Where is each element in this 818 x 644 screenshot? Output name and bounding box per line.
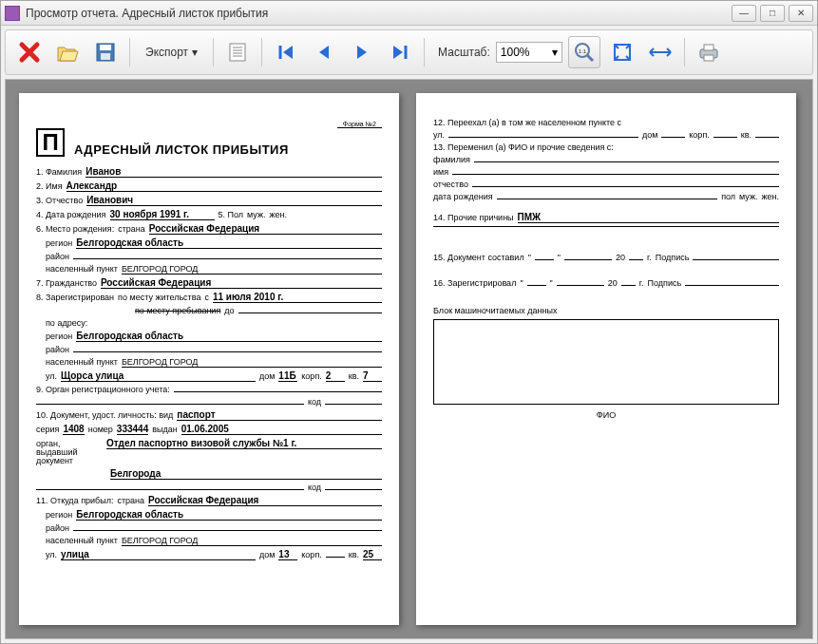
fit-width-button[interactable] xyxy=(644,36,676,68)
toolbar-separator xyxy=(261,38,262,66)
toolbar-separator xyxy=(684,38,685,66)
fit-page-icon xyxy=(612,42,633,63)
svg-rect-14 xyxy=(704,55,713,61)
svg-line-9 xyxy=(587,55,593,61)
svg-rect-3 xyxy=(230,44,245,61)
app-icon xyxy=(5,6,20,21)
toolbar: Экспорт ▾ Масштаб: 100% ▾ 1:1 xyxy=(5,29,813,75)
app-window: Просмотр отчета. Адресный листок прибыти… xyxy=(0,0,818,644)
print-button[interactable] xyxy=(693,36,725,68)
machine-readable-box xyxy=(433,319,779,405)
svg-rect-13 xyxy=(704,45,713,50)
document-title: АДРЕСНЫЙ ЛИСТОК ПРИБЫТИЯ xyxy=(74,142,289,157)
next-page-button[interactable] xyxy=(346,36,378,68)
folder-open-icon xyxy=(56,42,79,63)
document-page-2: 12. Переехал (а) в том же населенном пун… xyxy=(416,93,796,625)
machine-readable-label: Блок машиночитаемых данных xyxy=(433,306,779,315)
titlebar: Просмотр отчета. Адресный листок прибыти… xyxy=(1,1,817,26)
first-page-icon xyxy=(276,42,296,63)
fit-page-button[interactable] xyxy=(606,36,638,68)
last-page-icon xyxy=(390,42,410,63)
next-page-icon xyxy=(352,42,372,63)
page-setup-button[interactable] xyxy=(221,36,254,68)
floppy-icon xyxy=(95,42,116,63)
dropdown-arrow-icon: ▾ xyxy=(192,46,198,59)
magnifier-1to1-icon: 1:1 xyxy=(573,41,596,64)
document-page-1: Форма №2 П АДРЕСНЫЙ ЛИСТОК ПРИБЫТИЯ 1. Ф… xyxy=(19,93,399,625)
maximize-button[interactable]: □ xyxy=(760,5,785,22)
zoom-select[interactable]: 100% ▾ xyxy=(496,42,562,63)
svg-text:1:1: 1:1 xyxy=(579,48,587,54)
chevron-down-icon: ▾ xyxy=(552,46,558,59)
preview-area: Форма №2 П АДРЕСНЫЙ ЛИСТОК ПРИБЫТИЯ 1. Ф… xyxy=(5,79,813,639)
list-page-icon xyxy=(227,42,248,63)
zoom-actual-button[interactable]: 1:1 xyxy=(568,36,600,68)
prev-page-button[interactable] xyxy=(308,36,340,68)
prev-page-icon xyxy=(314,42,334,63)
close-button[interactable]: ✕ xyxy=(789,5,813,22)
first-page-button[interactable] xyxy=(270,36,302,68)
last-page-button[interactable] xyxy=(384,36,416,68)
form-number: Форма №2 xyxy=(337,121,382,128)
toolbar-separator xyxy=(129,38,130,66)
printer-icon xyxy=(697,42,720,63)
patronymic-value: Иванович xyxy=(86,195,382,206)
toolbar-separator xyxy=(213,38,214,66)
minimize-button[interactable]: — xyxy=(732,5,756,22)
window-title: Просмотр отчета. Адресный листок прибыти… xyxy=(26,7,732,20)
toolbar-separator xyxy=(424,38,425,66)
open-button[interactable] xyxy=(51,36,84,68)
letter-p-box: П xyxy=(36,128,65,157)
fio-label: ФИО xyxy=(433,410,779,420)
red-x-icon xyxy=(18,41,41,64)
name-value: Александр xyxy=(67,180,382,192)
zoom-label: Масштаб: xyxy=(438,46,490,59)
export-button[interactable]: Экспорт ▾ xyxy=(138,37,205,67)
dob-value: 30 ноября 1991 г. xyxy=(110,209,215,220)
surname-value: Иванов xyxy=(86,166,382,178)
save-button[interactable] xyxy=(89,36,122,68)
delete-button[interactable] xyxy=(13,36,46,68)
svg-rect-2 xyxy=(101,53,110,60)
fit-width-icon xyxy=(648,42,673,63)
svg-rect-1 xyxy=(100,45,111,50)
